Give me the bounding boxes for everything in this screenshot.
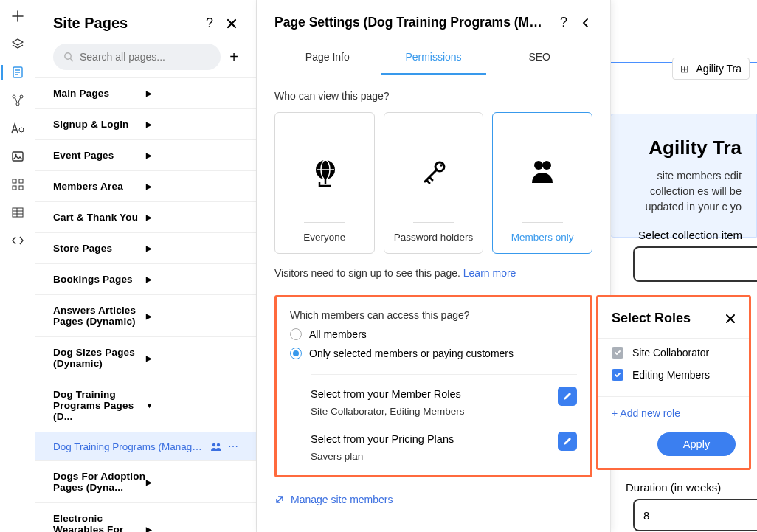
svg-point-18 (440, 164, 443, 167)
svg-point-3 (16, 103, 19, 106)
tab-page-info[interactable]: Page Info (274, 41, 381, 75)
page-sub-item[interactable]: Dog Training Programs (Manage ...⋯ (35, 432, 256, 461)
image-icon[interactable] (10, 149, 25, 164)
page-category[interactable]: Store Pages▶ (35, 233, 256, 264)
chevron-right-icon: ▶ (146, 312, 239, 320)
back-icon[interactable] (579, 16, 592, 30)
site-pages-panel: Site Pages ? + Main Pages▶Signup & Login… (35, 0, 257, 532)
duration-input[interactable]: 8 (633, 499, 757, 531)
grid-icon: ⊞ (680, 63, 689, 75)
page-category[interactable]: Dog Sizes Pages (Dynamic)▶ (35, 337, 256, 379)
add-icon[interactable] (10, 9, 25, 24)
chevron-right-icon: ▶ (146, 275, 239, 283)
close-icon[interactable] (225, 17, 238, 30)
help-icon[interactable]: ? (557, 16, 570, 30)
chevron-right-icon: ▶ (146, 89, 239, 97)
help-icon[interactable]: ? (203, 17, 216, 30)
page-category[interactable]: Electronic Wearables For Sale P...▶ (35, 503, 256, 532)
chevron-down-icon: ▼ (146, 401, 239, 410)
chevron-right-icon: ▶ (146, 244, 239, 252)
checkbox-checked-icon (612, 369, 623, 381)
page-category[interactable]: Dogs For Adoption Pages (Dyna...▶ (35, 461, 256, 503)
page-category[interactable]: Signup & Login▶ (35, 109, 256, 140)
edit-pricing-plans-button[interactable] (558, 432, 577, 451)
view-option-members[interactable]: Members only (492, 112, 592, 254)
site-pages-title: Site Pages (53, 15, 194, 32)
learn-more-link[interactable]: Learn more (463, 267, 516, 279)
chevron-right-icon: ▶ (146, 354, 239, 362)
tab-permissions[interactable]: Permissions (381, 41, 487, 75)
pages-icon[interactable] (1, 65, 25, 80)
table-icon[interactable] (10, 205, 25, 220)
radio-icon-checked (290, 348, 302, 359)
more-icon[interactable]: ⋯ (228, 441, 238, 452)
signup-note: Visitors need to sign up to see this pag… (274, 267, 592, 279)
manage-site-members-link[interactable]: Manage site members (274, 494, 592, 505)
add-new-role-link[interactable]: + Add new role (598, 397, 749, 429)
chevron-right-icon: ▶ (146, 151, 239, 159)
svg-point-2 (20, 95, 23, 98)
page-category[interactable]: Answers Articles Pages (Dynamic)▶ (35, 295, 256, 337)
globe-icon (309, 123, 340, 222)
settings-body: Who can view this page? Everyone Passwor… (257, 75, 610, 526)
member-roles-value: Site Collaborator, Editing Members (311, 406, 550, 417)
canvas-element-toolbar[interactable]: ⊞ Agility Tra (672, 58, 750, 80)
page-settings-panel: Page Settings (Dog Training Programs (Ma… (257, 0, 611, 532)
key-icon (419, 123, 449, 222)
preview-text: site members edit collection es will be … (632, 168, 742, 215)
tab-seo[interactable]: SEO (486, 41, 592, 75)
add-page-button[interactable]: + (229, 49, 238, 66)
radio-icon (290, 328, 302, 340)
which-members-label: Which members can access this page? (290, 309, 577, 321)
font-icon[interactable] (10, 121, 25, 136)
svg-point-19 (534, 161, 543, 170)
settings-title: Page Settings (Dog Training Programs (Ma… (274, 15, 548, 30)
svg-point-12 (65, 53, 71, 59)
svg-rect-9 (13, 186, 16, 190)
svg-rect-8 (19, 179, 23, 183)
nodes-icon[interactable] (10, 93, 25, 108)
settings-tabs: Page Info Permissions SEO (257, 41, 610, 75)
duration-label: Duration (in weeks) (626, 481, 757, 494)
svg-rect-5 (13, 152, 23, 161)
external-link-icon (274, 494, 285, 505)
page-category[interactable]: Members Area▶ (35, 171, 256, 202)
search-row: + (35, 44, 256, 77)
svg-rect-10 (19, 186, 23, 190)
page-category[interactable]: Cart & Thank You▶ (35, 202, 256, 233)
edit-member-roles-button[interactable] (558, 387, 577, 406)
view-option-cards: Everyone Password holders Members only (274, 112, 592, 254)
search-input[interactable] (80, 51, 210, 63)
layers-icon[interactable] (10, 37, 25, 52)
toolbar-label: Agility Tra (696, 63, 742, 75)
close-icon[interactable] (725, 314, 736, 324)
page-category[interactable]: Main Pages▶ (35, 78, 256, 109)
radio-selected-members[interactable]: Only selected members or paying customer… (290, 348, 577, 359)
settings-header: Page Settings (Dog Training Programs (Ma… (257, 0, 610, 41)
view-option-everyone[interactable]: Everyone (274, 112, 375, 254)
select-collection-dropdown[interactable] (633, 246, 757, 282)
svg-rect-11 (13, 208, 23, 217)
page-category[interactable]: Bookings Pages▶ (35, 264, 256, 295)
svg-point-20 (542, 161, 551, 170)
role-row[interactable]: Site Collaborator (612, 342, 736, 364)
svg-point-13 (212, 443, 215, 446)
chevron-right-icon: ▶ (146, 120, 239, 128)
who-can-view-label: Who can view this page? (274, 90, 592, 102)
search-icon (63, 52, 74, 62)
apps-icon[interactable] (10, 177, 25, 192)
page-category[interactable]: Event Pages▶ (35, 140, 256, 171)
apply-button[interactable]: Apply (657, 432, 736, 456)
roles-title: Select Roles (612, 311, 725, 326)
page-category[interactable]: Dog Training Programs Pages (D...▼ (35, 379, 256, 432)
view-option-password[interactable]: Password holders (384, 112, 484, 254)
svg-point-14 (217, 443, 220, 446)
role-row[interactable]: Editing Members (612, 364, 736, 386)
select-roles-popover: Select Roles Site CollaboratorEditing Me… (596, 295, 751, 470)
code-icon[interactable] (10, 233, 25, 248)
radio-all-members[interactable]: All members (290, 328, 577, 340)
pricing-plans-value: Savers plan (311, 451, 550, 462)
svg-point-4 (19, 128, 24, 132)
members-icon (210, 442, 222, 451)
search-input-wrap[interactable] (53, 44, 221, 70)
